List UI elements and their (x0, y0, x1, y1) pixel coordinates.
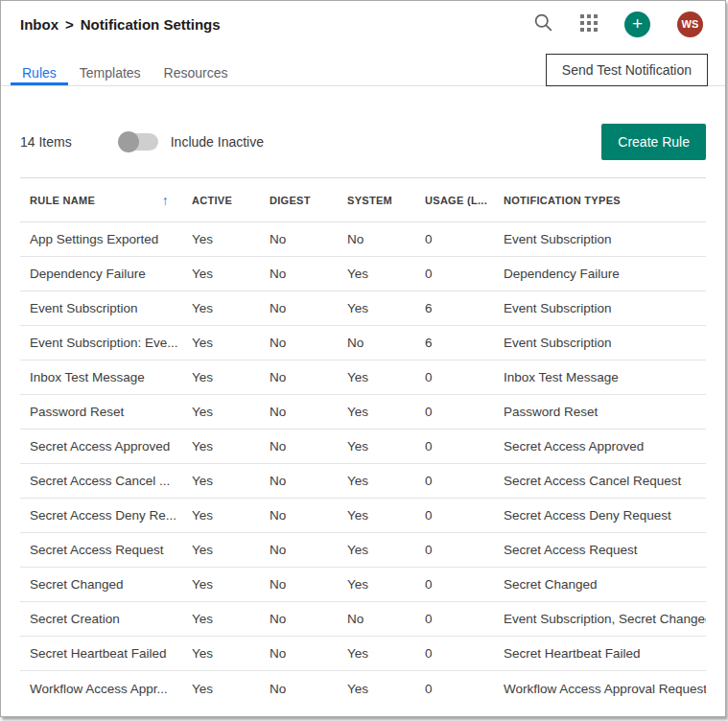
cell-active: Yes (182, 577, 260, 592)
cell-system: Yes (338, 543, 415, 557)
cell-notification-types: Secret Access Cancel Request (494, 474, 706, 488)
cell-rule-name[interactable]: Event Subscription (20, 301, 182, 315)
column-header-rule-name[interactable]: RULE NAME ↑ (20, 193, 182, 208)
cell-notification-types: Secret Access Request (494, 543, 706, 557)
avatar-initials: WS (681, 18, 698, 30)
table-row[interactable]: Dependency Failure Yes No Yes 0 Dependen… (20, 257, 706, 291)
cell-active: Yes (182, 267, 260, 281)
cell-rule-name[interactable]: Secret Heartbeat Failed (20, 646, 182, 661)
cell-usage: 0 (415, 267, 494, 281)
table-row[interactable]: Secret Changed Yes No Yes 0 Secret Chang… (20, 568, 706, 602)
create-rule-button[interactable]: Create Rule (601, 124, 706, 160)
include-inactive-toggle-group: Include Inactive (120, 133, 264, 151)
cell-notification-types: Secret Heartbeat Failed (494, 646, 706, 661)
cell-digest: No (260, 301, 338, 315)
cell-usage: 0 (415, 682, 494, 696)
cell-rule-name[interactable]: Secret Access Approved (20, 439, 182, 454)
table-row[interactable]: Secret Access Cancel ... Yes No Yes 0 Se… (20, 464, 706, 499)
apps-grid-button[interactable] (580, 14, 598, 35)
sort-ascending-icon[interactable]: ↑ (162, 193, 182, 208)
cell-system: No (338, 336, 415, 350)
breadcrumb-separator: > (65, 16, 74, 33)
cell-system: Yes (338, 405, 415, 419)
breadcrumb: Inbox > Notification Settings (20, 16, 221, 33)
rules-table: RULE NAME ↑ ACTIVE DIGEST SYSTEM USAGE (… (20, 177, 706, 706)
search-button[interactable] (533, 12, 553, 35)
cell-rule-name[interactable]: App Settings Exported (20, 232, 182, 246)
tab-resources[interactable]: Resources (153, 47, 240, 85)
table-row[interactable]: Secret Heartbeat Failed Yes No Yes 0 Sec… (20, 637, 706, 671)
tab-rules[interactable]: Rules (11, 47, 68, 85)
cell-digest: No (260, 439, 338, 454)
user-avatar[interactable]: WS (677, 12, 703, 37)
table-row[interactable]: App Settings Exported Yes No No 0 Event … (20, 222, 706, 257)
cell-usage: 0 (415, 232, 494, 246)
table-row[interactable]: Event Subscription Yes No Yes 6 Event Su… (20, 291, 706, 326)
table-row[interactable]: Secret Access Deny Re... Yes No Yes 0 Se… (20, 499, 706, 533)
cell-notification-types: Secret Changed (494, 577, 706, 592)
cell-usage: 0 (415, 508, 494, 523)
cell-system: Yes (338, 370, 415, 384)
include-inactive-label: Include Inactive (171, 134, 264, 150)
tab-bar: Rules Templates Resources Send Test Noti… (1, 47, 725, 86)
cell-usage: 0 (415, 646, 494, 661)
plus-icon: + (632, 14, 643, 33)
cell-rule-name[interactable]: Password Reset (20, 405, 182, 419)
cell-rule-name[interactable]: Dependency Failure (20, 267, 182, 281)
cell-rule-name[interactable]: Inbox Test Message (20, 370, 182, 384)
cell-usage: 0 (415, 577, 494, 592)
page-title: Notification Settings (81, 16, 221, 33)
table-row[interactable]: Secret Access Request Yes No Yes 0 Secre… (20, 533, 706, 568)
column-header-system[interactable]: SYSTEM (338, 195, 415, 206)
cell-usage: 0 (415, 439, 494, 454)
cell-system: Yes (338, 577, 415, 592)
search-icon (533, 12, 553, 35)
topbar: Inbox > Notification Settings (1, 1, 725, 47)
table-body: App Settings Exported Yes No No 0 Event … (20, 222, 706, 706)
cell-system: No (338, 612, 415, 626)
include-inactive-toggle[interactable] (120, 133, 158, 151)
cell-notification-types: Password Reset (494, 405, 706, 419)
add-button[interactable]: + (624, 12, 650, 37)
table-row[interactable]: Secret Access Approved Yes No Yes 0 Secr… (20, 430, 706, 464)
tab-templates[interactable]: Templates (68, 47, 153, 85)
cell-active: Yes (182, 682, 260, 696)
cell-digest: No (260, 543, 338, 557)
table-row[interactable]: Event Subscription: Eve... Yes No No 6 E… (20, 326, 706, 360)
cell-usage: 6 (415, 301, 494, 315)
table-row[interactable]: Inbox Test Message Yes No Yes 0 Inbox Te… (20, 360, 706, 395)
topbar-actions: + WS (533, 12, 703, 37)
cell-rule-name[interactable]: Secret Access Cancel ... (20, 474, 182, 488)
cell-active: Yes (182, 370, 260, 384)
cell-system: No (338, 232, 415, 246)
app-window: Inbox > Notification Settings (0, 0, 726, 717)
cell-digest: No (260, 612, 338, 626)
cell-rule-name[interactable]: Workflow Access Appr... (20, 682, 182, 696)
breadcrumb-link-inbox[interactable]: Inbox (20, 16, 59, 33)
cell-digest: No (260, 405, 338, 419)
cell-rule-name[interactable]: Secret Changed (20, 577, 182, 592)
cell-digest: No (260, 682, 338, 696)
table-row[interactable]: Workflow Access Appr... Yes No Yes 0 Wor… (20, 671, 706, 706)
cell-usage: 0 (415, 405, 494, 419)
table-row[interactable]: Secret Creation Yes No No 0 Event Subscr… (20, 602, 706, 637)
cell-digest: No (260, 336, 338, 350)
cell-usage: 0 (415, 370, 494, 384)
column-header-digest[interactable]: DIGEST (260, 195, 338, 206)
table-header-row: RULE NAME ↑ ACTIVE DIGEST SYSTEM USAGE (… (20, 178, 706, 222)
cell-active: Yes (182, 474, 260, 488)
cell-usage: 0 (415, 474, 494, 488)
cell-notification-types: Dependency Failure (494, 267, 706, 281)
cell-active: Yes (182, 405, 260, 419)
cell-rule-name[interactable]: Secret Access Request (20, 543, 182, 557)
column-header-notification-types[interactable]: NOTIFICATION TYPES (494, 195, 706, 206)
cell-rule-name[interactable]: Secret Access Deny Re... (20, 508, 182, 523)
apps-grid-icon (580, 14, 598, 35)
cell-rule-name[interactable]: Secret Creation (20, 612, 182, 626)
column-header-active[interactable]: ACTIVE (182, 195, 260, 206)
send-test-notification-button[interactable]: Send Test Notification (546, 54, 708, 86)
column-header-usage[interactable]: USAGE (L... (415, 195, 494, 206)
cell-active: Yes (182, 646, 260, 661)
table-row[interactable]: Password Reset Yes No Yes 0 Password Res… (20, 395, 706, 430)
cell-rule-name[interactable]: Event Subscription: Eve... (20, 336, 182, 350)
